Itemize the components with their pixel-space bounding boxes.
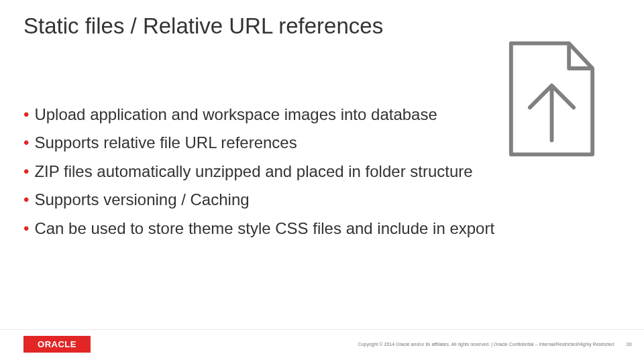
copyright-text: Copyright © 2014 Oracle and/or its affil… (358, 342, 614, 347)
bullet-icon: • (23, 190, 29, 210)
oracle-logo-text: ORACLE (38, 339, 76, 349)
bullet-icon: • (23, 219, 29, 239)
slide-footer: ORACLE Copyright © 2014 Oracle and/or it… (0, 335, 644, 362)
oracle-logo: ORACLE (23, 336, 91, 353)
bullet-text: Upload application and workspace images … (34, 104, 437, 125)
list-item: • ZIP files automatically unzipped and p… (23, 161, 617, 182)
bullet-icon: • (23, 133, 29, 153)
list-item: • Can be used to store theme style CSS f… (23, 218, 617, 239)
list-item: • Supports versioning / Caching (23, 189, 617, 210)
bullet-icon: • (23, 105, 29, 125)
footer-divider (0, 329, 644, 330)
bullet-text: Supports relative file URL references (34, 132, 297, 154)
bullet-text: Supports versioning / Caching (34, 189, 249, 210)
bullet-text: Can be used to store theme style CSS fil… (34, 218, 494, 239)
bullet-list: • Upload application and workspace image… (23, 104, 617, 246)
list-item: • Supports relative file URL references (23, 132, 617, 154)
bullet-icon: • (23, 162, 29, 182)
slide-title: Static files / Relative URL references (23, 13, 383, 39)
bullet-text: ZIP files automatically unzipped and pla… (34, 161, 472, 182)
page-number: 38 (626, 341, 632, 347)
slide: Static files / Relative URL references •… (0, 0, 644, 362)
list-item: • Upload application and workspace image… (23, 104, 617, 125)
footer-right: Copyright © 2014 Oracle and/or its affil… (358, 341, 632, 347)
